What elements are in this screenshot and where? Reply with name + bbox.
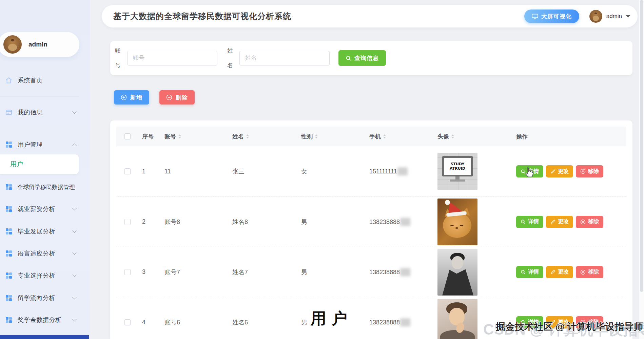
topbar: 基于大数据的全球留学移民数据可视化分析系统 大屏可视化 admin	[102, 5, 638, 27]
sidebar-item-label: 系统首页	[18, 76, 43, 84]
sort-icon[interactable]	[451, 134, 454, 138]
sort-icon[interactable]	[178, 134, 181, 138]
cell-name: 姓名8	[229, 218, 298, 226]
grid-icon	[5, 249, 13, 258]
query-button-label: 查询信息	[354, 54, 379, 62]
x-circle-icon	[580, 219, 586, 225]
sidebar-item-language-analysis[interactable]: 语言适应分析	[0, 245, 85, 262]
sidebar-item-label: 全球留学移民数据管理	[17, 183, 75, 191]
column-header-account: 账号	[161, 133, 229, 140]
cell-phone: 151111111	[366, 167, 434, 175]
sidebar-item-flow-analysis[interactable]: 留学流向分析	[0, 290, 85, 306]
avatar-image	[437, 199, 477, 245]
sidebar-item-scholarship-analysis[interactable]: 奖学金数据分析	[0, 312, 85, 328]
sidebar-profile: admin	[0, 32, 79, 57]
grid-icon	[5, 294, 13, 302]
add-button[interactable]: 新增	[114, 90, 149, 105]
profile-name: admin	[28, 41, 47, 48]
remove-button[interactable]: 移除	[576, 266, 603, 278]
sidebar-item-label: 奖学金数据分析	[18, 316, 62, 324]
plus-circle-icon	[121, 94, 127, 100]
detail-button[interactable]: 详情	[516, 216, 543, 228]
big-screen-label: 大屏可视化	[541, 13, 572, 20]
row-checkbox[interactable]	[124, 319, 131, 325]
row-checkbox[interactable]	[124, 269, 131, 275]
sidebar-bottom-bar	[0, 335, 89, 339]
user-avatar	[589, 10, 602, 23]
page-title: 基于大数据的全球留学移民数据可视化分析系统	[113, 11, 291, 22]
user-table: 序号 账号 姓名 性别 手机 头像 操作 1 11 张三 女 151111111…	[110, 120, 632, 339]
delete-button[interactable]: 删除	[159, 90, 195, 105]
cell-index: 3	[139, 268, 161, 276]
delete-button-label: 删除	[176, 94, 188, 101]
sidebar-item-home[interactable]: 系统首页	[0, 72, 85, 89]
select-all-checkbox[interactable]	[124, 133, 131, 139]
query-button[interactable]: 查询信息	[338, 50, 386, 66]
row-checkbox[interactable]	[124, 168, 131, 174]
sidebar-item-my-info[interactable]: 我的信息	[0, 104, 85, 120]
sidebar-item-graduation-analysis[interactable]: 毕业发展分析	[0, 223, 85, 240]
pencil-icon	[550, 269, 555, 275]
sidebar: admin 系统首页 我的信息 用户管理 用户 全球留学移民数据管理 就业薪资分…	[0, 0, 90, 339]
page: admin 系统首页 我的信息 用户管理 用户 全球留学移民数据管理 就业薪资分…	[0, 0, 644, 339]
sidebar-item-label: 毕业发展分析	[18, 227, 55, 236]
sort-icon[interactable]	[315, 134, 318, 138]
table-row: 3 账号7 姓名7 男 138238888 详情 更改 移除	[116, 247, 626, 297]
sidebar-subitem-label: 用户	[10, 160, 23, 169]
sidebar-item-major-analysis[interactable]: 专业选择分析	[0, 267, 85, 284]
search-panel: 账号 姓名 查询信息	[110, 41, 632, 75]
edit-button[interactable]: 更改	[546, 266, 573, 278]
table-row: 1 11 张三 女 151111111 STUDY ATRUID 详情 更改 移…	[116, 146, 626, 196]
user-menu[interactable]: admin	[589, 10, 630, 23]
grid-icon	[5, 271, 13, 280]
minus-circle-icon	[166, 94, 172, 100]
cell-account: 11	[161, 168, 229, 175]
search-icon	[521, 219, 526, 224]
name-input[interactable]	[239, 51, 330, 65]
sidebar-item-global-data[interactable]: 全球留学移民数据管理	[0, 179, 85, 195]
remove-button[interactable]: 移除	[576, 165, 603, 177]
row-checkbox[interactable]	[124, 219, 131, 225]
user-stamp-watermark: 用户	[311, 308, 353, 329]
grid-icon	[5, 316, 13, 324]
topbar-right: 大屏可视化 admin	[524, 10, 630, 23]
avatar-caption: STUDY ATRUID	[447, 162, 468, 171]
account-input[interactable]	[127, 51, 217, 65]
avatar-image	[437, 299, 477, 339]
x-circle-icon	[580, 269, 586, 275]
chevron-up-icon	[72, 143, 77, 148]
big-screen-button[interactable]: 大屏可视化	[524, 10, 579, 23]
remove-button[interactable]: 移除	[576, 216, 603, 228]
edit-button[interactable]: 更改	[546, 165, 573, 177]
detail-button[interactable]: 详情	[516, 266, 543, 278]
sidebar-item-user-management[interactable]: 用户管理	[0, 136, 85, 153]
edit-button[interactable]: 更改	[546, 216, 573, 228]
grid-icon	[5, 227, 13, 236]
sort-icon[interactable]	[383, 134, 386, 138]
cell-index: 4	[139, 319, 161, 326]
sidebar-subitem-user-active[interactable]: 用户	[0, 154, 79, 174]
cell-index: 2	[139, 218, 161, 225]
pencil-icon	[550, 169, 555, 174]
chevron-down-icon	[72, 109, 77, 114]
redacted-digits	[400, 218, 410, 226]
cell-name: 张三	[229, 167, 298, 175]
chevron-down-icon	[72, 228, 77, 233]
redacted-digits	[397, 167, 408, 175]
cell-phone: 138238888	[366, 268, 434, 276]
column-header-phone: 手机	[366, 133, 434, 140]
scrollbar-thumb[interactable]	[640, 0, 643, 292]
sidebar-item-label: 语言适应分析	[18, 249, 55, 258]
cell-account: 账号7	[161, 268, 229, 276]
juejin-watermark: 掘金技术社区 @ 计算机毕设指导师	[496, 320, 643, 333]
chevron-down-icon	[72, 272, 77, 277]
chevron-down-icon	[626, 15, 630, 18]
cell-name: 姓名6	[229, 318, 298, 326]
sidebar-item-label: 我的信息	[18, 108, 43, 116]
sidebar-item-salary-analysis[interactable]: 就业薪资分析	[0, 201, 85, 217]
avatar-image: STUDY ATRUID	[437, 153, 477, 190]
sort-icon[interactable]	[246, 134, 249, 138]
account-label: 账号	[115, 43, 123, 73]
profile-avatar	[3, 35, 22, 54]
cell-gender: 男	[298, 218, 366, 226]
